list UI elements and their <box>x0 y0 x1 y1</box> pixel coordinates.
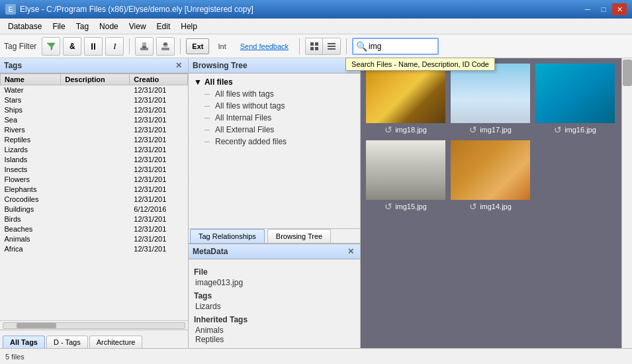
table-row[interactable]: Insects12/31/201 <box>1 165 188 175</box>
table-row[interactable]: Flowers12/31/201 <box>1 175 188 185</box>
tag-creation-cell: 12/31/201 <box>130 234 188 244</box>
tag-creation-cell: 12/31/201 <box>130 155 188 165</box>
image-name: img18.jpg <box>395 126 427 134</box>
table-row[interactable]: Reptiles12/31/201 <box>1 135 188 145</box>
tag-filter-label: Tag Filter <box>4 42 36 51</box>
search-input[interactable] <box>369 39 435 54</box>
menu-file[interactable]: File <box>47 21 70 32</box>
import-btn[interactable] <box>135 37 154 56</box>
tag-creation-cell: 12/31/201 <box>130 145 188 155</box>
image-item[interactable]: ↺img15.jpg <box>366 140 445 212</box>
maximize-button[interactable]: □ <box>596 3 611 15</box>
tree-item-0[interactable]: All files with tags <box>202 88 357 100</box>
tree-item-3[interactable]: All External Files <box>202 124 357 136</box>
list-view-btn[interactable] <box>323 38 340 54</box>
tag-text-btn[interactable]: I <box>105 37 124 56</box>
send-feedback-button[interactable]: Send feedback <box>235 38 294 54</box>
image-label-row: ↺img15.jpg <box>384 201 427 212</box>
int-button[interactable]: Int <box>212 38 232 54</box>
h-scrollbar-thumb[interactable] <box>17 323 56 328</box>
tree-line-4 <box>204 142 210 142</box>
tags-table[interactable]: Name Description Creatio Water12/31/201S… <box>0 73 188 320</box>
title-bar-left: E Elyse - C:/Program Files (x86)/Elyse/d… <box>5 4 253 15</box>
refresh-icon[interactable]: ↺ <box>469 124 477 135</box>
h-scrollbar-track[interactable] <box>3 322 185 329</box>
table-row[interactable]: Birds12/31/201 <box>1 214 188 224</box>
image-thumbnail <box>535 64 615 123</box>
meta-panel-close[interactable]: ✕ <box>345 246 356 257</box>
tag-filter-btn1[interactable] <box>42 37 60 56</box>
svg-rect-8 <box>310 47 314 50</box>
table-row[interactable]: Stars12/31/201 <box>1 95 188 105</box>
tab-architecture[interactable]: Architecture <box>89 336 143 348</box>
tab-d-tags[interactable]: D - Tags <box>46 336 88 348</box>
image-item[interactable]: ↺img17.jpg <box>451 64 530 135</box>
table-row[interactable]: Beaches12/31/201 <box>1 224 188 234</box>
table-row[interactable]: Elephants12/31/201 <box>1 185 188 195</box>
ext-button[interactable]: Ext <box>186 38 209 54</box>
tree-item-2[interactable]: All Internal Files <box>202 112 357 124</box>
image-item[interactable]: ↺img16.jpg <box>535 64 615 135</box>
menu-view[interactable]: View <box>124 21 152 32</box>
table-row[interactable]: Lizards12/31/201 <box>1 145 188 155</box>
tab-all-tags[interactable]: All Tags <box>3 336 45 348</box>
tree-item-4[interactable]: Recently added files <box>202 136 357 148</box>
menu-node[interactable]: Node <box>94 21 124 32</box>
minimize-button[interactable]: ─ <box>580 3 595 15</box>
refresh-icon[interactable]: ↺ <box>469 201 477 212</box>
tag-name-cell: Sea <box>1 115 61 125</box>
meta-panel: MetaData ✕ File image013.jpg Tags Lizard… <box>189 243 360 348</box>
table-row[interactable]: Rivers12/31/201 <box>1 125 188 135</box>
tag-desc-cell <box>61 95 130 105</box>
tags-h-scrollbar <box>0 320 188 330</box>
tag-and-btn[interactable]: & <box>63 37 81 56</box>
right-with-scroll: ↺img18.jpg↺img17.jpg↺img16.jpg↺img15.jpg… <box>361 58 632 348</box>
tree-root[interactable]: ▼ All files <box>191 76 357 88</box>
table-row[interactable]: Animals12/31/201 <box>1 234 188 244</box>
export-btn[interactable] <box>156 37 175 56</box>
tag-desc-cell <box>61 234 130 244</box>
menu-database[interactable]: Database <box>3 21 47 32</box>
image-item[interactable]: ↺img14.jpg <box>451 140 530 212</box>
tree-area[interactable]: ▼ All files All files with tags All file… <box>189 73 360 228</box>
close-button[interactable]: ✕ <box>612 3 627 15</box>
image-item[interactable]: ↺img18.jpg <box>366 64 445 135</box>
tags-panel-title: Tags <box>4 61 22 70</box>
grid-view-btn[interactable] <box>306 38 323 54</box>
tags-panel-header: Tags ✕ <box>0 58 188 73</box>
meta-file-name: image013.jpg <box>195 278 355 287</box>
svg-rect-6 <box>310 42 314 46</box>
table-row[interactable]: Africa12/31/201 <box>1 244 188 254</box>
images-area[interactable]: ↺img18.jpg↺img17.jpg↺img16.jpg↺img15.jpg… <box>361 58 621 348</box>
refresh-icon[interactable]: ↺ <box>384 201 392 212</box>
col-creation[interactable]: Creatio <box>130 74 188 85</box>
tags-panel-close[interactable]: ✕ <box>173 60 184 71</box>
menu-help[interactable]: Help <box>175 21 203 32</box>
tab-tag-relationships[interactable]: Tag Relationships <box>190 229 265 243</box>
col-name[interactable]: Name <box>1 74 61 85</box>
tab-browsing-tree[interactable]: Browsing Tree <box>267 229 331 243</box>
meta-tags-label: Tags <box>194 291 355 300</box>
col-description[interactable]: Description <box>61 74 130 85</box>
table-row[interactable]: Islands12/31/201 <box>1 155 188 165</box>
table-row[interactable]: Sea12/31/201 <box>1 115 188 125</box>
right-scrollbar[interactable] <box>621 58 632 348</box>
menu-edit[interactable]: Edit <box>152 21 176 32</box>
table-row[interactable]: Water12/31/201 <box>1 85 188 95</box>
refresh-icon[interactable]: ↺ <box>554 124 562 135</box>
menu-tag[interactable]: Tag <box>71 21 94 32</box>
table-row[interactable]: Ships12/31/201 <box>1 105 188 115</box>
tree-item-label-1: All files without tags <box>215 101 285 111</box>
image-label-row: ↺img17.jpg <box>469 124 512 135</box>
tree-item-label-2: All Internal Files <box>215 113 271 122</box>
tag-name-cell: Ships <box>1 105 61 115</box>
tag-pause-btn[interactable]: ⏸ <box>84 37 103 56</box>
tag-desc-cell <box>61 135 130 145</box>
table-row[interactable]: Buildings6/12/2016 <box>1 205 188 214</box>
image-name: img14.jpg <box>480 203 512 210</box>
menu-bar: Database File Tag Node View Edit Help <box>0 19 632 34</box>
tree-item-1[interactable]: All files without tags <box>202 100 357 112</box>
image-thumbnail <box>366 64 445 123</box>
table-row[interactable]: Crocodiles12/31/201 <box>1 195 188 205</box>
refresh-icon[interactable]: ↺ <box>384 124 392 135</box>
